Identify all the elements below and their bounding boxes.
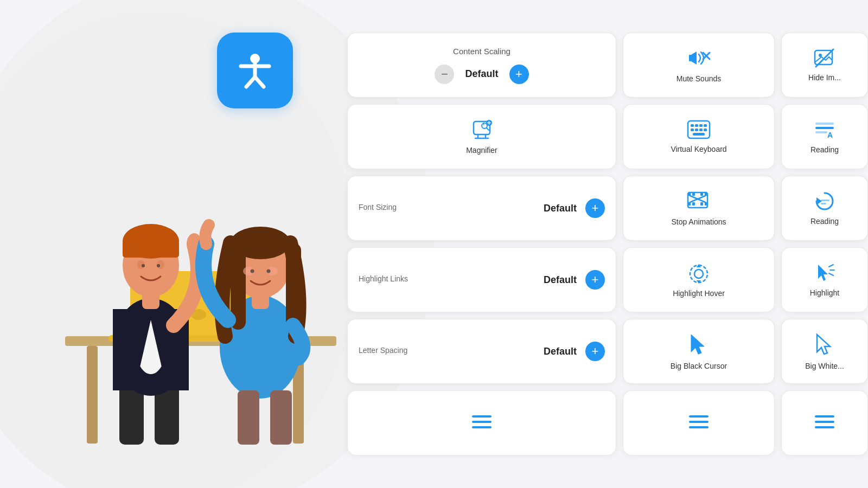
svg-marker-91: [691, 335, 704, 354]
svg-rect-98: [815, 426, 834, 428]
bottom-icon-row-2: [689, 415, 709, 431]
svg-rect-60: [704, 124, 707, 127]
stop-animations-label: Stop Animations: [671, 217, 726, 226]
svg-point-22: [142, 264, 145, 267]
content-scaling-value: Default: [465, 68, 498, 80]
svg-rect-95: [689, 426, 709, 428]
svg-rect-96: [815, 415, 834, 418]
svg-rect-66: [815, 123, 834, 125]
reading-label-1: Reading: [810, 145, 839, 154]
highlight-hover-icon: [687, 262, 711, 284]
svg-rect-7: [87, 346, 98, 444]
highlight-links-card: Highlight Links Default +: [347, 247, 616, 312]
font-sizing-label: Font Sizing: [359, 203, 537, 211]
bottom-card-3[interactable]: [781, 390, 868, 455]
svg-rect-82: [821, 200, 829, 201]
svg-rect-62: [695, 129, 698, 131]
illustration-area: [0, 0, 369, 488]
reading-card-1[interactable]: A Reading: [781, 104, 868, 169]
reading-icon-2: [814, 191, 835, 211]
magnifier-label: Magnifier: [466, 146, 497, 155]
svg-point-36: [267, 269, 271, 273]
magnifier-card[interactable]: Magnifier: [347, 104, 616, 169]
svg-rect-50: [689, 55, 691, 61]
highlight-right-label: Highlight: [810, 288, 839, 297]
big-white-cursor-label: Big White...: [805, 362, 844, 370]
svg-rect-63: [699, 129, 703, 131]
svg-line-88: [829, 265, 833, 267]
svg-rect-27: [270, 390, 292, 445]
font-sizing-increase-button[interactable]: +: [585, 198, 605, 218]
letter-spacing-label: Letter Spacing: [359, 346, 544, 355]
svg-rect-97: [815, 421, 834, 423]
svg-rect-48: [472, 421, 492, 423]
svg-rect-72: [692, 192, 695, 196]
reading-icon-1: A: [814, 119, 835, 140]
svg-rect-93: [689, 415, 709, 418]
svg-rect-49: [472, 426, 492, 428]
font-sizing-value: Default: [544, 203, 577, 214]
svg-rect-58: [695, 124, 698, 127]
svg-rect-68: [815, 131, 827, 133]
hide-images-label: Hide Im...: [808, 73, 841, 82]
reading-label-2: Reading: [810, 217, 839, 226]
highlight-hover-label: Highlight Hover: [673, 289, 725, 298]
svg-marker-87: [818, 265, 828, 281]
content-scaling-increase-button[interactable]: +: [509, 65, 529, 84]
svg-rect-94: [689, 421, 709, 423]
content-scaling-card: Content Scaling − Default +: [347, 33, 616, 98]
white-cursor-icon: [813, 332, 837, 356]
highlight-links-value: Default: [544, 274, 577, 286]
svg-rect-19: [123, 241, 179, 258]
stop-animations-card[interactable]: Stop Animations: [623, 176, 775, 241]
highlight-links-increase-button[interactable]: +: [585, 270, 605, 290]
svg-line-42: [487, 128, 489, 130]
magnifier-icon: [471, 119, 493, 140]
svg-line-90: [829, 273, 833, 275]
virtual-keyboard-icon: [687, 120, 711, 139]
svg-line-4: [255, 77, 264, 87]
svg-rect-61: [691, 129, 694, 131]
svg-rect-83: [821, 203, 826, 204]
bottom-card-1[interactable]: [347, 390, 616, 455]
bottom-icon-row-1: [472, 415, 492, 431]
virtual-keyboard-card[interactable]: Virtual Keyboard: [623, 104, 775, 169]
svg-line-43: [483, 123, 484, 125]
svg-rect-77: [700, 202, 703, 206]
highlight-right-icon: [814, 262, 835, 283]
big-black-cursor-card[interactable]: Big Black Cursor: [623, 319, 775, 384]
bottom-card-2[interactable]: [623, 390, 775, 455]
svg-line-3: [246, 77, 255, 87]
bottom-icon-row-3: [815, 415, 834, 431]
svg-point-84: [694, 269, 703, 278]
mute-sounds-card[interactable]: Mute Sounds: [623, 33, 775, 98]
svg-rect-47: [472, 415, 492, 418]
svg-rect-64: [704, 129, 707, 131]
svg-text:A: A: [827, 131, 833, 139]
svg-rect-67: [815, 127, 834, 129]
content-scaling-decrease-button[interactable]: −: [435, 65, 454, 84]
reading-card-2[interactable]: Reading: [781, 176, 868, 241]
stop-animations-icon: [687, 190, 711, 212]
hide-images-card[interactable]: Hide Im...: [781, 33, 868, 98]
accessibility-icon-badge: [217, 33, 293, 108]
letter-spacing-value: Default: [544, 346, 577, 357]
big-black-cursor-label: Big Black Cursor: [671, 362, 727, 370]
svg-rect-70: [688, 192, 707, 208]
hide-images-icon: [814, 48, 835, 68]
svg-point-23: [157, 264, 160, 267]
font-sizing-card: Font Sizing Default +: [347, 176, 616, 241]
svg-rect-73: [700, 192, 703, 196]
letter-spacing-increase-button[interactable]: +: [585, 342, 605, 361]
big-white-cursor-card[interactable]: Big White...: [781, 319, 868, 384]
mute-sounds-label: Mute Sounds: [676, 74, 722, 83]
svg-rect-59: [699, 124, 703, 127]
highlight-hover-card[interactable]: Highlight Hover: [623, 247, 775, 312]
svg-rect-26: [238, 390, 259, 445]
letter-spacing-card: Letter Spacing Default +: [347, 319, 616, 384]
highlight-right-card[interactable]: Highlight: [781, 247, 868, 312]
virtual-keyboard-label: Virtual Keyboard: [671, 145, 726, 153]
main-content-grid: Content Scaling − Default +: [347, 33, 868, 455]
svg-rect-76: [692, 202, 695, 206]
mute-sounds-icon: [687, 47, 711, 69]
